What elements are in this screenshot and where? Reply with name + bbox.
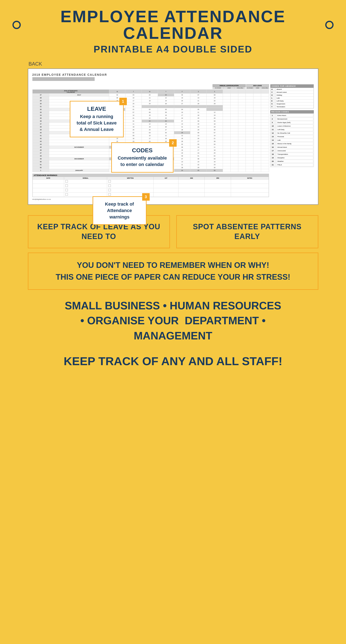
table-row: 34 13141516171819 [32,114,269,117]
footer-email: info@digitaltoolbox.co.za [32,198,269,200]
col-s: S [190,90,206,94]
list-item: 2Bereavement [271,118,313,120]
col-f: F [174,90,190,94]
sl-used: USED [254,87,261,89]
calendar-combined: ANNUAL LEAVE/VACATION ACCRUED USED AVAIL… [32,84,314,200]
aw-col-3rd: 3RD [205,177,231,180]
list-item: 20Weather [271,160,313,163]
list-item: ELeft Early [270,100,313,102]
codes-absence-header: CODES FOR ABSENCE [270,84,314,88]
list-item: 14Late [271,138,313,142]
aw-col-date: DATE [33,177,64,180]
table-row: 42 15161718192021 [32,137,269,140]
callout-num-3: 3 [142,193,150,201]
feature-box-patterns: SPOT ABSENTEE PATTERNS EARLY [176,215,318,248]
col-t2: T [158,90,174,94]
table-row [33,192,269,197]
right-panel: CODES FOR ABSENCE AAbsent VAnnual Leave … [270,84,314,167]
table-row [33,188,269,192]
callout-codes: 2 CODES Conveniently available to enter … [111,142,174,172]
feature-box-leave-text: KEEP TRACK OF LEAVE AS YOU NEED TO [37,222,160,241]
reason-codes-section: REASON CODES 1Extra Hours 2Bereavement 3… [270,110,314,167]
page-title: EMPLOYEE ATTENDANCE CALENDAR [25,8,321,42]
attendance-warnings-section: ATTENDANCE WARNINGS DATE VERBAL WRITTEN … [32,174,269,197]
table-row: 40 OCTOBER 01020304050607 [32,131,269,134]
calendar-preview: 2018 EMPLOYEE ATTENDANCE CALENDAR ANNUAL… [28,68,318,205]
col-t: T [125,90,142,94]
aw-col-verbal: VERBAL [64,177,107,180]
code-left-early: Left Early [276,100,313,102]
list-item: TTermination [270,106,313,108]
page-header: EMPLOYEE ATTENDANCE CALENDAR [13,8,333,42]
table-row: 27 JULY 02030405060708 [32,94,269,96]
list-item: 1Extra Hours [271,114,313,117]
calendar-main-table: ANNUAL LEAVE/VACATION ACCRUED USED AVAIL… [32,84,269,200]
reason-codes-header: REASON CODES [270,110,314,114]
aw-table: DATE VERBAL WRITTEN 1ST 2ND 3RD NOTES [33,177,269,197]
list-item: 17Unexcused [271,149,313,152]
table-row: 32 AUGUST 0102030405 [32,108,269,111]
feature-wide-box: YOU DON'T NEED TO REMEMBER WHEN OR WHY! … [28,252,318,290]
sl-accrued: ACCRUED [246,87,254,89]
reason-codes-table: 1Extra Hours 2Bereavement 3Doctor Appt (… [270,114,314,167]
list-item: 19Discipline [271,156,313,159]
feature-wide-text: YOU DON'T NEED TO REMEMBER WHEN OR WHY! … [56,261,290,281]
callout-leave: 1 LEAVE Keep a running total of Sick Lea… [70,101,124,137]
list-item: 15Illness in the family [271,142,313,145]
al-used: USED [224,87,234,89]
al-accrued: ACCRUED [213,87,224,89]
callout-leave-title: LEAVE [75,106,118,112]
callout-codes-body: Conveniently available to enter on calen… [117,155,168,168]
list-item: VAnnual Leave [270,91,313,94]
list-item: AAbsent [270,88,313,91]
header-dot-left [13,21,21,29]
code-late: Late [276,97,313,100]
list-item: 21FMLA [271,163,313,166]
list-item: LLate [270,97,313,100]
back-label: BACK [29,61,318,67]
col-m: M [109,90,125,94]
table-row: 37 10111213141516 [32,122,269,126]
features-row: KEEP TRACK OF LEAVE AS YOU NEED TO SPOT … [28,215,318,248]
sick-leave-header: SICK LEAVE [246,84,269,87]
codes-absence-table: AAbsent VAnnual Leave HHoliday LLate ELe… [270,88,314,108]
cal-header-label: 2018 ATTENDANCECALENDAR [32,90,109,94]
table-row: 28 09101112131415 [32,96,269,100]
header-dot-right [325,21,333,29]
callout-leave-body: Keep a running total of Sick Leave & Ann… [75,114,118,132]
tagline-business: SMALL BUSINESS • HUMAN RESOURCES • ORGAN… [65,298,281,343]
list-item: 10Leave of Absence [271,124,313,128]
annual-leave-header: ANNUAL LEAVE/VACATION [213,84,246,87]
code-suspension: Suspension [276,102,313,106]
employee-name-bar [32,77,95,81]
list-item: HHoliday [270,94,313,97]
table-row [33,180,269,184]
code-absent: Absent [276,88,313,91]
list-item: 11Left Early [271,128,313,131]
table-row: 29 16171819202122 [32,100,269,102]
calendar-section: BACK 2018 EMPLOYEE ATTENDANCE CALENDAR A… [28,61,318,205]
table-row: 35 20212223242526 [32,117,269,120]
al-available: AVAILABLE [234,87,245,89]
tagline-staff: KEEP TRACK OF ANY AND ALL STAFF! [64,354,282,369]
list-item: 12No Show/No Call [271,132,313,135]
table-row: 39 24252627282930 [32,128,269,131]
feature-box-patterns-text: SPOT ABSENTEE PATTERNS EARLY [193,222,301,241]
list-item: 13Personal [271,135,313,138]
code-termination: Termination [276,106,313,108]
list-item: 16Annual leave [271,146,313,149]
aw-col-1st: 1ST [154,177,178,180]
sl-available: AVAILABLE [261,87,269,89]
table-row: 33 06070809101112 [32,111,269,114]
col-w: W [142,90,158,94]
list-item: 3Doctor Appt (Self) [271,121,313,124]
aw-col-notes: NOTES [231,177,269,180]
table-row: 36 SEPT 03040506070809 [32,120,269,122]
list-item: SSuspension [270,102,313,106]
aw-col-2nd: 2ND [178,177,205,180]
page-subtitle: PRINTABLE A4 DOUBLE SIDED [94,44,252,55]
callout-codes-title: CODES [117,147,168,154]
table-row [33,184,269,188]
table-row: 31 3031 [32,105,269,108]
col-s2: S [206,90,223,94]
